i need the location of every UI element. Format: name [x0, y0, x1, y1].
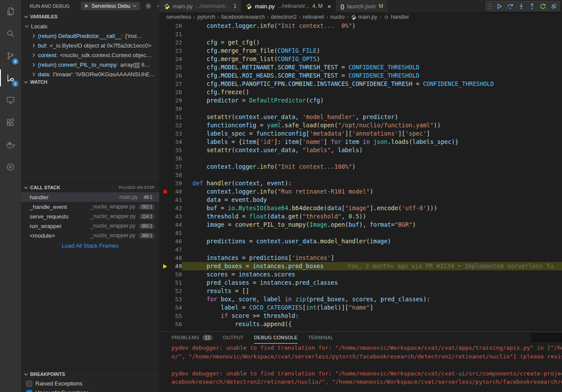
checkbox-unchecked[interactable]: [26, 381, 32, 387]
panel-tab-terminal[interactable]: TERMINAL: [308, 332, 333, 344]
current-frame-icon[interactable]: [159, 262, 171, 270]
breakpoint-gutter[interactable]: [159, 55, 171, 63]
breakpoint-gutter[interactable]: [159, 254, 171, 262]
code-line-29[interactable]: 29 predictor = DefaultPredictor(cfg): [159, 96, 562, 105]
code-line-37[interactable]: 37 context.logger.info("Init context...1…: [159, 163, 562, 171]
breakpoint-gutter[interactable]: [159, 47, 171, 55]
breakpoint-gutter[interactable]: [159, 154, 171, 163]
breakpoint-gutter[interactable]: [159, 105, 171, 113]
code-line-44[interactable]: 44 image = convert_PIL_to_numpy(Image.op…: [159, 221, 562, 229]
breadcrumb-item[interactable]: detectron2: [271, 14, 297, 20]
stack-frame[interactable]: <module>_nuclio_wrapper.py366:1: [21, 231, 159, 240]
breakpoint-gutter[interactable]: [159, 130, 171, 138]
activity-item-source-control[interactable]: 8: [0, 44, 21, 67]
code-line-21[interactable]: 21: [159, 30, 562, 38]
panel-tab-output[interactable]: OUTPUT: [223, 332, 243, 344]
code-line-33[interactable]: 33 labels_spec = functionconfig['metadat…: [159, 130, 562, 138]
disconnect-button[interactable]: [549, 1, 559, 11]
breakpoint-gutter[interactable]: [159, 163, 171, 171]
code-line-24[interactable]: 24 cfg.merge_from_list(CONFIG_OPTS): [159, 55, 562, 63]
breakpoint-gutter[interactable]: [159, 237, 171, 245]
stack-frame[interactable]: run_wrapper_nuclio_wrapper.py360:1: [21, 221, 159, 231]
breakpoint-icon[interactable]: [159, 187, 171, 196]
breakpoint-gutter[interactable]: [159, 196, 171, 204]
code-line-56[interactable]: 56 results.append({: [159, 320, 562, 328]
code-line-30[interactable]: 30: [159, 105, 562, 113]
breakpoint-gutter[interactable]: [159, 179, 171, 187]
editor-tab-1[interactable]: main.py.../retinanet/...4, M×: [241, 0, 336, 12]
code-line-39[interactable]: 39def handler(context, event):: [159, 179, 562, 187]
stack-frame[interactable]: _handle_event_nuclio_wrapper.py262:1: [21, 202, 159, 211]
code-line-35[interactable]: 35 setattr(context.user_data, "labels", …: [159, 146, 562, 154]
code-line-41[interactable]: 41 data = event.body: [159, 196, 562, 204]
variable-row[interactable]: context:<nuclio_sdk.context.Context obje…: [21, 50, 159, 60]
code-line-47[interactable]: 47: [159, 245, 562, 254]
breakpoints-section-header[interactable]: BREAKPOINTS: [21, 369, 159, 379]
breakpoint-gutter[interactable]: [159, 146, 171, 154]
code-line-53[interactable]: 53 for box, score, label in zip(pred_box…: [159, 295, 562, 303]
code-line-52[interactable]: 52 results = []: [159, 287, 562, 295]
code-line-28[interactable]: 28 cfg.freeze(): [159, 88, 562, 96]
code-line-54[interactable]: 54 label = COCO_CATEGORIES[int(label)]["…: [159, 303, 562, 312]
breakpoint-row[interactable]: ✓Uncaught Exceptions: [21, 388, 159, 392]
stack-frame[interactable]: serve_requests_nuclio_wrapper.py114:1: [21, 211, 159, 221]
activity-item-explorer[interactable]: [0, 0, 21, 22]
breakpoint-gutter[interactable]: [159, 303, 171, 312]
breakpoint-gutter[interactable]: [159, 287, 171, 295]
panel-tab-problems[interactable]: PROBLEMS12: [171, 332, 212, 344]
activity-item-run-circle[interactable]: [0, 156, 21, 178]
code-line-42[interactable]: 42 buf = io.BytesIO(base64.b64decode(dat…: [159, 204, 562, 212]
code-editor[interactable]: 20 context.logger.info("Init context... …: [159, 22, 562, 331]
breakpoint-gutter[interactable]: [159, 88, 171, 96]
watch-section-header[interactable]: WATCH: [21, 77, 159, 87]
breakpoint-gutter[interactable]: [159, 72, 171, 80]
breakpoint-gutter[interactable]: [159, 63, 171, 72]
breadcrumb-item[interactable]: pytorch: [197, 14, 215, 20]
stack-frame[interactable]: handlermain.py49:1: [21, 192, 159, 202]
code-line-31[interactable]: 31 setattr(context.user_data, 'model_han…: [159, 113, 562, 121]
call-stack-section-header[interactable]: CALL STACK PAUSED ON STEP: [21, 183, 159, 192]
breakpoint-gutter[interactable]: [159, 204, 171, 212]
breakpoint-gutter[interactable]: [159, 96, 171, 105]
breakpoint-gutter[interactable]: [159, 270, 171, 279]
breakpoint-gutter[interactable]: [159, 171, 171, 179]
code-line-34[interactable]: 34 labels = {item['id']: item['name'] fo…: [159, 138, 562, 146]
step-over-button[interactable]: [505, 1, 515, 11]
code-line-22[interactable]: 22 cfg = get_cfg(): [159, 38, 562, 47]
breakpoint-gutter[interactable]: [159, 221, 171, 229]
activity-item-extensions[interactable]: [0, 111, 21, 133]
restart-button[interactable]: [538, 1, 548, 11]
breadcrumb-item[interactable]: main.py: [351, 14, 377, 20]
breakpoint-gutter[interactable]: [159, 312, 171, 320]
breakpoint-gutter[interactable]: [159, 245, 171, 254]
code-line-27[interactable]: 27 cfg.MODEL.PANOPTIC_FPN.COMBINE.INSTAN…: [159, 80, 562, 88]
breakpoint-gutter[interactable]: [159, 113, 171, 121]
breakpoint-gutter[interactable]: [159, 30, 171, 38]
code-line-45[interactable]: 45: [159, 229, 562, 237]
editor-tab-2[interactable]: {}launch.jsonM: [336, 0, 388, 12]
variable-row[interactable]: data:{'image': 'iVBORw0KGgoAAAANSUhE…: [21, 69, 159, 77]
breakpoint-gutter[interactable]: [159, 138, 171, 146]
console-filter-input[interactable]: [531, 333, 562, 342]
breakpoint-gutter[interactable]: [159, 212, 171, 221]
code-line-23[interactable]: 23 cfg.merge_from_file(CONFIG_FILE): [159, 47, 562, 55]
breadcrumb-item[interactable]: nuclio: [330, 14, 345, 20]
breadcrumb-item[interactable]: serverless: [166, 14, 191, 20]
variables-section-header[interactable]: VARIABLES: [21, 12, 159, 21]
code-line-25[interactable]: 25 cfg.MODEL.RETINANET.SCORE_THRESH_TEST…: [159, 63, 562, 72]
breakpoint-gutter[interactable]: [159, 121, 171, 130]
variable-row[interactable]: (return) DefaultPredictor.__call__:{'ins…: [21, 31, 159, 41]
activity-item-run-and-debug[interactable]: 1: [0, 67, 21, 89]
breadcrumb-item[interactable]: handler: [384, 14, 409, 20]
breakpoint-gutter[interactable]: [159, 80, 171, 88]
code-line-50[interactable]: 50 scores = instances.scores: [159, 270, 562, 279]
breakpoint-gutter[interactable]: [159, 295, 171, 303]
close-icon[interactable]: ×: [327, 3, 331, 10]
panel-tab-debug-console[interactable]: DEBUG CONSOLE: [254, 332, 298, 344]
variable-row[interactable]: buf:<_io.BytesIO object at 0x7f5a2dc1ecc…: [21, 41, 159, 50]
code-line-49[interactable]: 49 pred_boxes = instances.pred_boxesYou,…: [159, 262, 562, 270]
step-into-button[interactable]: [516, 1, 526, 11]
breakpoint-gutter[interactable]: [159, 229, 171, 237]
breakpoint-gutter[interactable]: [159, 320, 171, 328]
code-line-51[interactable]: 51 pred_classes = instances.pred_classes: [159, 279, 562, 287]
